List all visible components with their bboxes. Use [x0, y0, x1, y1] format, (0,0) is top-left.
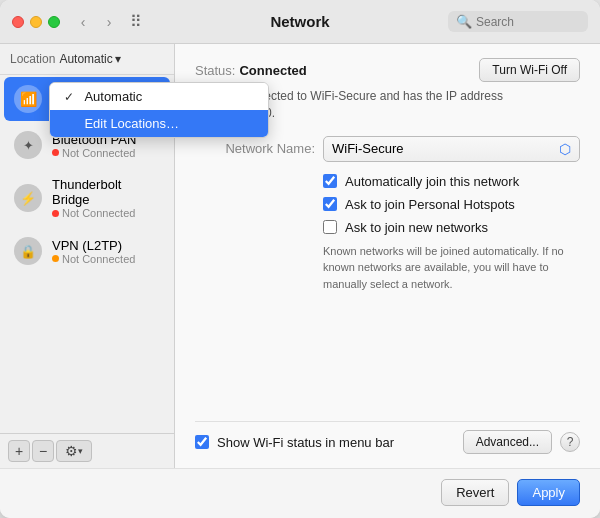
- grid-icon[interactable]: ⠿: [130, 12, 142, 31]
- sidebar: Location Automatic ▾ ✓ Automatic: [0, 44, 175, 468]
- dropdown-chevron-icon: ⬡: [559, 141, 571, 157]
- gear-icon: ⚙: [65, 443, 78, 459]
- new-networks-label: Ask to join new networks: [345, 220, 488, 235]
- new-networks-row: Ask to join new networks: [323, 220, 580, 235]
- revert-button[interactable]: Revert: [441, 479, 509, 506]
- search-input[interactable]: [476, 15, 580, 29]
- hint-text: Known networks will be joined automatica…: [323, 243, 580, 293]
- bottom-row: Show Wi-Fi status in menu bar Advanced..…: [195, 421, 580, 454]
- turn-off-wifi-button[interactable]: Turn Wi-Fi Off: [479, 58, 580, 82]
- new-networks-checkbox[interactable]: [323, 220, 337, 234]
- auto-join-row: Automatically join this network: [323, 174, 580, 189]
- status-label: Status:: [195, 63, 235, 78]
- vpn-icon-circle: 🔒: [14, 237, 42, 265]
- chevron-down-icon: ▾: [115, 52, 121, 66]
- location-dropdown-menu: ✓ Automatic Edit Locations…: [49, 82, 269, 138]
- apply-button[interactable]: Apply: [517, 479, 580, 506]
- personal-hotspot-checkbox[interactable]: [323, 197, 337, 211]
- network-name-row: Network Name: WiFi-Secure ⬡: [195, 136, 580, 162]
- advanced-button[interactable]: Advanced...: [463, 430, 552, 454]
- auto-join-checkbox[interactable]: [323, 174, 337, 188]
- location-dropdown-container: Automatic ▾ ✓ Automatic Edit Locations…: [59, 52, 120, 66]
- action-buttons: Revert Apply: [0, 468, 600, 518]
- show-status-row: Show Wi-Fi status in menu bar: [195, 435, 394, 450]
- network-status-bluetooth: Not Connected: [52, 147, 136, 159]
- location-bar: Location Automatic ▾ ✓ Automatic: [0, 44, 174, 75]
- status-dot-red: [52, 149, 59, 156]
- network-item-info-thunderbolt: Thunderbolt Bridge Not Connected: [52, 177, 160, 219]
- network-name-thunderbolt: Thunderbolt Bridge: [52, 177, 160, 207]
- thunderbolt-icon-circle: ⚡: [14, 184, 42, 212]
- personal-hotspot-label: Ask to join Personal Hotspots: [345, 197, 515, 212]
- bluetooth-icon-circle: ✦: [14, 131, 42, 159]
- window-title: Network: [270, 13, 329, 30]
- traffic-lights: [12, 16, 60, 28]
- network-status-vpn: Not Connected: [52, 253, 135, 265]
- close-button[interactable]: [12, 16, 24, 28]
- status-value: Connected: [239, 63, 479, 78]
- lock-icon: 🔒: [20, 244, 36, 259]
- network-name-label: Network Name:: [195, 141, 315, 156]
- zoom-button[interactable]: [48, 16, 60, 28]
- search-icon: 🔍: [456, 14, 472, 29]
- minimize-button[interactable]: [30, 16, 42, 28]
- settings-button[interactable]: ⚙ ▾: [56, 440, 92, 462]
- content-area: Location Automatic ▾ ✓ Automatic: [0, 44, 600, 468]
- network-item-vpn[interactable]: 🔒 VPN (L2TP) Not Connected: [4, 229, 170, 273]
- network-name-dropdown[interactable]: WiFi-Secure ⬡: [323, 136, 580, 162]
- add-network-button[interactable]: +: [8, 440, 30, 462]
- sidebar-toolbar: + − ⚙ ▾: [0, 433, 174, 468]
- network-name-value: WiFi-Secure: [332, 141, 404, 156]
- personal-hotspot-row: Ask to join Personal Hotspots: [323, 197, 580, 212]
- location-dropdown-trigger[interactable]: Automatic ▾: [59, 52, 120, 66]
- remove-network-button[interactable]: −: [32, 440, 54, 462]
- location-label: Location: [10, 52, 55, 66]
- bluetooth-icon: ✦: [23, 138, 34, 153]
- dropdown-item-edit-locations[interactable]: Edit Locations…: [50, 110, 268, 137]
- dropdown-item-label: Edit Locations…: [84, 116, 179, 131]
- thunderbolt-icon: ⚡: [20, 191, 36, 206]
- nav-buttons: ‹ ›: [72, 11, 120, 33]
- network-item-info-vpn: VPN (L2TP) Not Connected: [52, 238, 135, 265]
- network-name-vpn: VPN (L2TP): [52, 238, 135, 253]
- wifi-icon: 📶: [20, 91, 37, 107]
- forward-button[interactable]: ›: [98, 11, 120, 33]
- titlebar: ‹ › ⠿ Network 🔍: [0, 0, 600, 44]
- status-dot-yellow: [52, 255, 59, 262]
- dropdown-item-label: Automatic: [84, 89, 142, 104]
- search-bar[interactable]: 🔍: [448, 11, 588, 32]
- checkmark-icon: ✓: [64, 90, 78, 104]
- show-wifi-status-checkbox[interactable]: [195, 435, 209, 449]
- network-item-thunderbolt[interactable]: ⚡ Thunderbolt Bridge Not Connected: [4, 169, 170, 227]
- back-button[interactable]: ‹: [72, 11, 94, 33]
- bottom-buttons: Advanced... ?: [463, 430, 580, 454]
- status-dot-red-2: [52, 210, 59, 217]
- location-current-value: Automatic: [59, 52, 112, 66]
- help-button[interactable]: ?: [560, 432, 580, 452]
- chevron-icon-small: ▾: [78, 446, 83, 456]
- show-wifi-status-label: Show Wi-Fi status in menu bar: [217, 435, 394, 450]
- wifi-icon-circle: 📶: [14, 85, 42, 113]
- dropdown-item-automatic[interactable]: ✓ Automatic: [50, 83, 268, 110]
- network-status-thunderbolt: Not Connected: [52, 207, 160, 219]
- auto-join-label: Automatically join this network: [345, 174, 519, 189]
- status-row: Status: Connected Turn Wi-Fi Off: [195, 58, 580, 82]
- checkmark-placeholder: [64, 117, 78, 131]
